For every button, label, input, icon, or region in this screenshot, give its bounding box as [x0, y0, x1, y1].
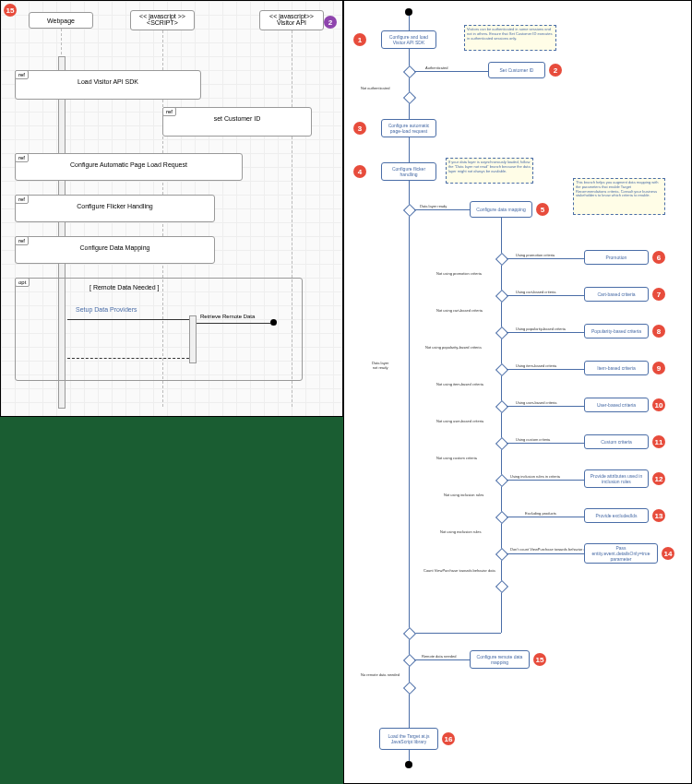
decision-data-layer [403, 204, 416, 217]
sequence-diagram-panel: 15 2 Webpage << javascript >> <SCRIPT> <… [0, 0, 343, 417]
decision-remote [403, 654, 416, 667]
node-load-target: Load the Target at.js JavaScript library [379, 728, 438, 750]
ref-tab: ref [15, 236, 29, 245]
badge-15: 15 [4, 4, 17, 17]
node-excluded: Provide excludedIds [584, 508, 649, 523]
node-data-mapping: Configure data mapping [470, 201, 532, 218]
opt-tab: opt [15, 278, 30, 287]
opt-guard: [ Remote Data Needed ] [89, 284, 160, 291]
badge-15: 15 [533, 653, 546, 666]
label-authenticated: Authenticated [425, 65, 447, 70]
decision-auth [403, 65, 416, 78]
hline [414, 71, 488, 72]
decision-pop [495, 327, 508, 339]
label-use-custom: Using custom criteria [516, 437, 550, 442]
lifeline-visitor-api: << javascript>> Visitor API [259, 10, 324, 30]
label-not-cart: Not using cart-based criteria [436, 308, 483, 313]
node-details-only: Pass entity.event.detailsOnly=true param… [584, 543, 658, 564]
badge-9: 9 [652, 362, 665, 374]
decision-count [495, 548, 508, 561]
ref-set-customer: ref set Customer ID [162, 107, 312, 137]
badge-13: 13 [652, 509, 665, 522]
return-arrow [67, 358, 189, 359]
ref-data-map: ref Configure Data Mapping [15, 236, 215, 264]
endpoint-dot [270, 319, 277, 326]
node-auto-page-load: Configure automatic page-load request [381, 119, 436, 137]
label-remote: Remote data needed [422, 654, 456, 659]
node-set-customer-id: Set Customer ID [488, 62, 545, 78]
ref-flicker: ref Configure Flicker Handling [15, 195, 215, 222]
lifeline-script: << javascript >> <SCRIPT> [130, 10, 195, 30]
label-not-user: Not using user-based criteria [436, 419, 483, 423]
badge-12: 12 [652, 472, 665, 485]
label-not-pop: Not using popularity-based criteria [425, 345, 482, 350]
decision-custom [495, 437, 508, 450]
ref-load-sdk: ref Load Visitor API SDK [15, 70, 201, 100]
flowchart-panel: Configure and load Visitor API SDK 1 Vis… [343, 0, 692, 784]
node-remote-mapping: Configure remote data mapping [470, 650, 530, 669]
node-cart: Cart-based criteria [584, 287, 649, 302]
ref-tab: ref [162, 107, 176, 116]
node-promotion: Promotion [584, 250, 649, 265]
label-no-remote: No remote data needed [361, 672, 400, 677]
label-not-promo: Not using promotion criteria [436, 271, 482, 276]
badge-5: 5 [536, 203, 549, 216]
badge-6: 6 [652, 251, 665, 264]
lifeline-webpage: Webpage [29, 12, 93, 29]
label-excl-prod: Excluding products [525, 511, 556, 516]
opt-fragment: opt [ Remote Data Needed ] Setup Data Pr… [15, 278, 303, 381]
ref-tab: ref [15, 195, 29, 204]
note-data-layer: If your data layer is asynchronously loa… [446, 158, 533, 184]
label-no-count: Don't count ViewPurchase towards behavio… [510, 547, 591, 552]
decision-item [495, 363, 508, 376]
decision-cart [495, 290, 508, 303]
merge-main [403, 627, 416, 640]
node-configure-load-sdk: Configure and load Visitor API SDK [381, 30, 436, 49]
badge-16: 16 [442, 732, 455, 745]
hline [414, 209, 470, 210]
badge-10: 10 [652, 398, 665, 411]
label-not-auth: Not authenticated [361, 86, 389, 90]
node-user: User-based criteria [584, 398, 649, 412]
decision-excl [495, 511, 508, 524]
retrieve-label: Retrieve Remote Data [200, 314, 255, 319]
merge-diamond [403, 91, 416, 104]
setup-data-providers-link[interactable]: Setup Data Providers [76, 306, 137, 313]
node-custom: Custom criteria [584, 434, 649, 449]
note-branch: This branch helps you augment data mappi… [573, 178, 665, 215]
label-use-incl: Using inclusion rules in criteria [510, 474, 560, 479]
label-count: Count ViewPurchase towards behavior data [424, 568, 495, 573]
badge-3: 3 [353, 122, 366, 135]
merge-diamond [495, 580, 508, 593]
label-not-excl: Not using exclusion rules [440, 529, 481, 534]
badge-7: 7 [652, 288, 665, 301]
label-not-custom: Not using custom criteria [436, 456, 477, 460]
badge-1: 1 [353, 33, 366, 46]
label-use-promo: Using promotion criteria [516, 253, 555, 257]
label-use-user: Using user-based criteria [516, 400, 556, 405]
node-popularity: Popularity-based criteria [584, 324, 649, 339]
node-flicker: Configure flicker handling [381, 162, 436, 181]
decision-promo [495, 253, 508, 266]
decision-incl [495, 474, 508, 487]
badge-4: 4 [353, 165, 366, 178]
ref-tab: ref [15, 70, 29, 79]
note-auth: Visitors can be authenticated in some se… [464, 25, 556, 51]
node-item: Item-based criteria [584, 361, 649, 375]
label-use-pop: Using popularity-based criteria [516, 327, 566, 331]
arrow [67, 319, 189, 320]
ref-auto-page: ref Configure Automatic Page Load Reques… [15, 153, 243, 181]
label-use-cart: Using cart-based criteria [516, 290, 555, 294]
node-inclusion: Provide attributes used in inclusion rul… [584, 469, 649, 488]
badge-8: 8 [652, 325, 665, 338]
badge-14: 14 [662, 547, 674, 560]
label-dl-not-ready: Data layer not ready [372, 361, 388, 370]
label-not-item: Not using item-based criteria [436, 382, 483, 386]
merge-diamond [403, 682, 416, 695]
badge-11: 11 [652, 435, 665, 448]
end-node [405, 761, 412, 768]
badge-2: 2 [324, 16, 337, 29]
label-dl-ready: Data layer ready [420, 204, 447, 208]
label-not-incl: Not using inclusion rules [444, 493, 483, 497]
criteria-vline [501, 218, 502, 633]
